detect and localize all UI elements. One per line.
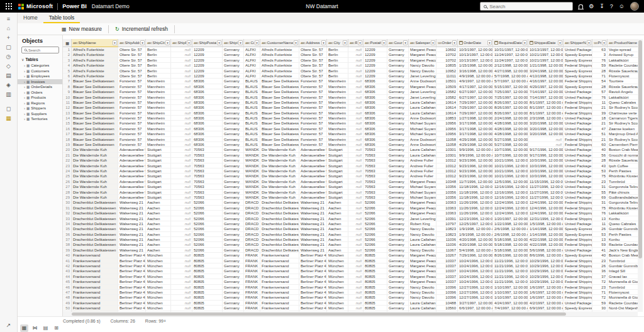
- grid-cell[interactable]: Sir Rodney's Scones: [608, 121, 638, 126]
- grid-cell[interactable]: 68306: [192, 95, 223, 100]
- grid-cell[interactable]: null: [171, 95, 192, 100]
- grid-cell[interactable]: Forsterstr. 57: [299, 131, 327, 136]
- grid-cell[interactable]: null: [171, 169, 192, 174]
- grid-cell[interactable]: 80805: [192, 258, 223, 263]
- grid-cell[interactable]: Walserweg 21: [118, 226, 146, 231]
- grid-cell[interactable]: 68306: [364, 105, 387, 110]
- grid-cell[interactable]: Forsterstr. 57: [299, 142, 327, 147]
- grid-cell[interactable]: 52066: [192, 232, 223, 237]
- grid-cell[interactable]: 10/29/1996, 12:00:00 AM: [528, 263, 564, 268]
- grid-cell[interactable]: Mozzarella di Giovanni: [608, 295, 638, 300]
- grid-cell[interactable]: FRANK: [244, 295, 260, 300]
- grid-cell[interactable]: null: [348, 163, 364, 169]
- grid-cell[interactable]: 40: [592, 253, 608, 258]
- grid-cell[interactable]: Berlin: [146, 63, 171, 68]
- grid-cell[interactable]: null: [171, 285, 192, 290]
- table-item-categories[interactable]: ›▦Categories: [18, 63, 62, 69]
- grid-cell[interactable]: null: [348, 295, 364, 300]
- grid-cell[interactable]: Stuttgart: [146, 184, 171, 189]
- grid-cell[interactable]: Germany: [223, 158, 244, 163]
- grid-cell[interactable]: 10/21/1997, 12:00:00 AM: [528, 58, 564, 63]
- grid-cell[interactable]: 10853: [436, 116, 458, 121]
- grid-cell[interactable]: 12209: [364, 58, 387, 63]
- grid-cell[interactable]: 68306: [364, 95, 387, 100]
- grid-cell[interactable]: WANDK: [244, 169, 260, 174]
- grid-cell[interactable]: ALFKI: [244, 52, 260, 57]
- row-number[interactable]: 18: [63, 137, 72, 142]
- row-number[interactable]: 4: [63, 63, 72, 68]
- grid-cell[interactable]: Nancy Davolio: [409, 226, 436, 231]
- table-item-territories[interactable]: ›▦Territories: [18, 116, 62, 122]
- grid-cell[interactable]: null: [348, 290, 364, 295]
- grid-cell[interactable]: Walserweg 21: [299, 200, 327, 205]
- grid-cell[interactable]: DRACD: [244, 237, 260, 242]
- grid-cell[interactable]: Mannheim: [146, 84, 171, 89]
- grid-cell[interactable]: München: [146, 295, 171, 300]
- grid-cell[interactable]: Michael Suyama: [409, 131, 436, 136]
- grid-cell[interactable]: Obere Str. 57: [299, 63, 327, 68]
- grid-cell[interactable]: 11/27/1996, 12:00:00 AM: [528, 184, 564, 189]
- row-number[interactable]: 45: [63, 279, 72, 284]
- grid-cell[interactable]: Alfreds Futterkiste: [260, 52, 299, 57]
- grid-cell[interactable]: Blauer See Delikatessen: [260, 116, 299, 121]
- grid-cell[interactable]: null: [348, 121, 364, 126]
- grid-cell[interactable]: Germany: [223, 105, 244, 110]
- grid-cell[interactable]: Federal Shipping: [564, 268, 592, 274]
- grid-cell[interactable]: null: [348, 301, 364, 306]
- grid-cell[interactable]: Mannheim: [327, 126, 348, 131]
- grid-cell[interactable]: Raclette Courdavault: [608, 242, 638, 247]
- grid-cell[interactable]: Walserweg 21: [118, 211, 146, 216]
- grid-cell[interactable]: United Package: [564, 147, 592, 152]
- row-number[interactable]: 32: [63, 211, 72, 216]
- grid-cell[interactable]: Berlin: [146, 58, 171, 63]
- grid-cell[interactable]: Tunnbröd: [608, 258, 638, 263]
- grid-cell[interactable]: Blauer See Delikatessen: [72, 126, 118, 131]
- grid-cell[interactable]: Walserweg 21: [118, 237, 146, 242]
- column-header-ShipCity[interactable]: ABCShipCity▾: [146, 39, 171, 47]
- grid-cell[interactable]: null: [348, 248, 364, 253]
- grid-cell[interactable]: 12209: [192, 58, 223, 63]
- grid-cell[interactable]: 36: [592, 268, 608, 274]
- grid-cell[interactable]: 41: [592, 248, 608, 253]
- grid-cell[interactable]: Blauer See Delikatessen: [260, 137, 299, 142]
- table-item-invoices[interactable]: ›▦Invoices: [18, 79, 62, 85]
- grid-cell[interactable]: Blauer See Delikatessen: [260, 100, 299, 105]
- grid-cell[interactable]: München: [327, 279, 348, 284]
- grid-cell[interactable]: Pâté chinois: [608, 190, 638, 195]
- grid-cell[interactable]: Rhönbräu Klosterbier: [608, 206, 638, 211]
- grid-cell[interactable]: Federal Shipping: [564, 279, 592, 284]
- grid-cell[interactable]: 63: [592, 47, 608, 52]
- grid-cell[interactable]: Gorgonzola Telino: [608, 184, 638, 189]
- grid-cell[interactable]: Adenauerallee 900: [299, 169, 327, 174]
- grid-cell[interactable]: 51: [592, 131, 608, 136]
- grid-cell[interactable]: Germany: [223, 79, 244, 84]
- grid-cell[interactable]: 8/26/1997, 12:00:00 AM: [493, 100, 528, 105]
- grid-cell[interactable]: 80805: [364, 301, 387, 306]
- grid-cell[interactable]: null: [348, 211, 364, 216]
- grid-cell[interactable]: Forsterstr. 57: [118, 79, 146, 84]
- grid-cell[interactable]: 9/17/1996, 12:00:00 AM: [528, 147, 564, 152]
- grid-cell[interactable]: United Package: [564, 169, 592, 174]
- grid-cell[interactable]: Janet Leverling: [409, 74, 436, 79]
- grid-cell[interactable]: 10/21/1996, 12:00:00 AM: [493, 163, 528, 169]
- grid-cell[interactable]: WANDK: [244, 174, 260, 179]
- grid-cell[interactable]: 18: [592, 116, 608, 121]
- grid-cell[interactable]: Andrew Fuller: [409, 158, 436, 163]
- grid-cell[interactable]: Die Wandernde Kuh: [260, 195, 299, 200]
- grid-cell[interactable]: 68306: [364, 84, 387, 89]
- grid-cell[interactable]: 30: [592, 306, 608, 311]
- grid-cell[interactable]: Adenauerallee 900: [118, 179, 146, 184]
- grid-cell[interactable]: Mannheim: [146, 100, 171, 105]
- grid-cell[interactable]: Germany: [223, 301, 244, 306]
- grid-cell[interactable]: Frankenversand: [72, 258, 118, 263]
- grid-cell[interactable]: Die Wandernde Kuh: [260, 169, 299, 174]
- grid-cell[interactable]: Obere Str. 57: [118, 58, 146, 63]
- grid-cell[interactable]: 7/25/1997, 12:00:00 AM: [493, 89, 528, 94]
- grid-cell[interactable]: Speedy Express: [564, 58, 592, 63]
- grid-cell[interactable]: 21: [592, 105, 608, 110]
- grid-cell[interactable]: Drachenblut Delikatessen: [260, 221, 299, 226]
- grid-cell[interactable]: 10312: [436, 174, 458, 179]
- grid-cell[interactable]: Forsterstr. 57: [299, 100, 327, 105]
- grid-cell[interactable]: 26: [592, 263, 608, 268]
- grid-cell[interactable]: 7/4/1997, 12:00:00 AM: [493, 306, 528, 311]
